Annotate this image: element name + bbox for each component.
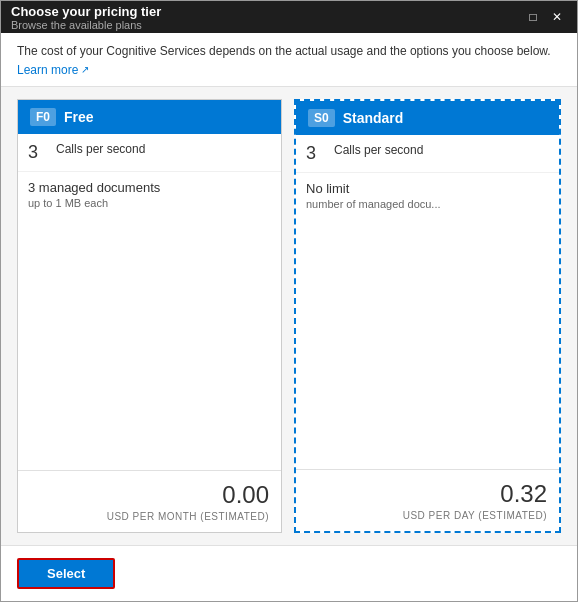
plan-f0-row-0-number: 3: [28, 142, 48, 163]
plan-s0-header: S0 Standard: [296, 101, 559, 135]
plan-f0-price-unit: USD PER MONTH (ESTIMATED): [30, 511, 269, 522]
plan-s0-content: No limit number of managed docu...: [296, 173, 559, 469]
plan-f0-content-main: 3 managed documents: [28, 180, 271, 195]
plan-f0-row-0-label: Calls per second: [56, 142, 145, 156]
window-controls: □ ✕: [523, 7, 567, 27]
plan-card-f0[interactable]: F0 Free 3 Calls per second 3 managed doc…: [17, 99, 282, 533]
plan-f0-header: F0 Free: [18, 100, 281, 134]
plan-f0-price: 0.00 USD PER MONTH (ESTIMATED): [18, 470, 281, 532]
title-bar: Choose your pricing tier Browse the avai…: [1, 1, 577, 33]
plan-card-s0[interactable]: S0 Standard 3 Calls per second No limit …: [294, 99, 561, 533]
window-title: Choose your pricing tier: [11, 4, 161, 19]
learn-more-link[interactable]: Learn more ↗: [17, 63, 89, 77]
plan-f0-price-value: 0.00: [30, 481, 269, 509]
plan-s0-row-0-label: Calls per second: [334, 143, 423, 157]
window-subtitle: Browse the available plans: [11, 19, 161, 31]
plan-f0-name: Free: [64, 109, 94, 125]
select-button[interactable]: Select: [17, 558, 115, 589]
external-link-icon: ↗: [81, 64, 89, 75]
minimize-button[interactable]: □: [523, 7, 543, 27]
close-button[interactable]: ✕: [547, 7, 567, 27]
plan-f0-badge: F0: [30, 108, 56, 126]
plan-s0-price-value: 0.32: [308, 480, 547, 508]
description-text: The cost of your Cognitive Services depe…: [17, 43, 561, 60]
plan-s0-price: 0.32 USD PER DAY (ESTIMATED): [296, 469, 559, 531]
plan-f0-content: 3 managed documents up to 1 MB each: [18, 172, 281, 470]
plan-s0-content-sub: number of managed docu...: [306, 198, 549, 210]
plan-f0-content-sub: up to 1 MB each: [28, 197, 271, 209]
plan-s0-row-0-number: 3: [306, 143, 326, 164]
plans-container: F0 Free 3 Calls per second 3 managed doc…: [1, 87, 577, 545]
plan-s0-badge: S0: [308, 109, 335, 127]
plan-s0-content-main: No limit: [306, 181, 549, 196]
plan-s0-row-0: 3 Calls per second: [296, 135, 559, 173]
plan-s0-name: Standard: [343, 110, 404, 126]
plan-f0-row-0: 3 Calls per second: [18, 134, 281, 172]
dialog-footer: Select: [1, 545, 577, 601]
learn-more-label: Learn more: [17, 63, 78, 77]
description-area: The cost of your Cognitive Services depe…: [1, 33, 577, 87]
plan-s0-price-unit: USD PER DAY (ESTIMATED): [308, 510, 547, 521]
